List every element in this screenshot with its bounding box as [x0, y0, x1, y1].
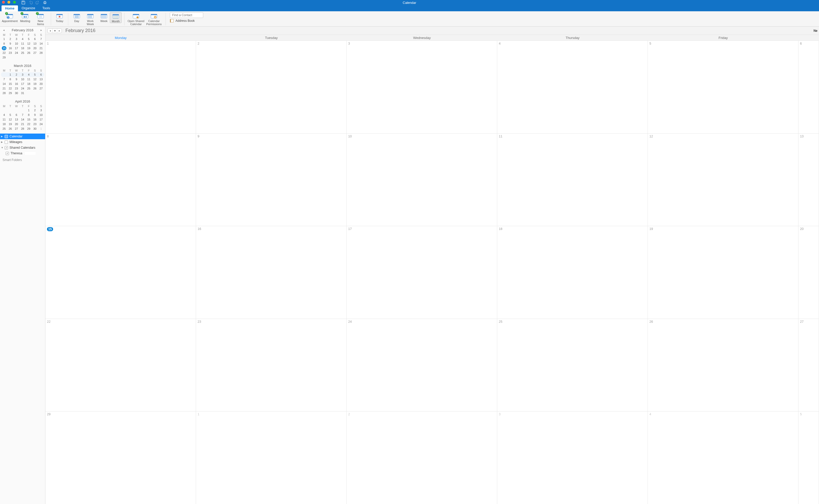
svg-rect-17 — [74, 14, 80, 15]
svg-rect-14 — [56, 14, 63, 15]
svg-rect-31 — [105, 15, 106, 18]
svg-rect-23 — [90, 15, 91, 18]
open-shared-icon — [132, 13, 140, 19]
ribbon-label: Calendar Permissions — [146, 19, 162, 26]
work-week-icon — [86, 13, 94, 19]
tab-home[interactable]: Home — [2, 5, 18, 11]
week-icon — [100, 13, 108, 19]
svg-rect-41 — [116, 17, 117, 17]
svg-point-53 — [155, 17, 156, 18]
svg-rect-43 — [117, 16, 118, 16]
day-icon — [73, 13, 81, 19]
svg-rect-30 — [104, 15, 105, 18]
ribbon-label: Work Week — [87, 19, 94, 26]
ribbon-open-shared-button[interactable]: Open Shared Calendar — [127, 12, 145, 26]
svg-point-10 — [25, 16, 27, 18]
svg-rect-28 — [102, 15, 103, 18]
svg-rect-47 — [133, 14, 139, 15]
ribbon-label: Open Shared Calendar — [127, 19, 144, 26]
meeting-icon: + — [21, 13, 29, 19]
tab-tools[interactable]: Tools — [39, 5, 54, 11]
window-controls[interactable] — [2, 1, 18, 4]
svg-rect-29 — [103, 15, 104, 18]
perms-icon — [150, 13, 158, 19]
ribbon-label: Today — [56, 19, 63, 23]
ribbon-label: New Items — [37, 19, 44, 26]
minimize-icon[interactable] — [7, 1, 10, 4]
address-book-button[interactable]: Address Book — [170, 19, 203, 23]
svg-rect-34 — [113, 16, 114, 16]
find-contact-input[interactable] — [170, 12, 203, 18]
close-icon[interactable] — [2, 1, 5, 4]
svg-rect-21 — [88, 15, 89, 18]
address-book-icon — [170, 19, 174, 23]
svg-rect-39 — [115, 18, 115, 18]
svg-rect-18 — [75, 15, 79, 18]
ribbon-label: Week — [100, 19, 107, 23]
print-icon[interactable] — [43, 1, 47, 5]
appointment-icon: + — [6, 13, 14, 19]
ribbon: +Appointment+Meeting+New ItemsTodayDayWo… — [0, 11, 819, 27]
svg-rect-24 — [91, 15, 92, 18]
svg-rect-37 — [115, 16, 115, 16]
svg-point-9 — [24, 16, 25, 18]
today-icon — [55, 13, 64, 19]
svg-rect-27 — [101, 15, 102, 18]
ribbon-perms-button[interactable]: Calendar Permissions — [145, 12, 163, 26]
svg-rect-15 — [59, 16, 60, 17]
ribbon-meeting-button[interactable]: +Meeting — [17, 12, 33, 23]
svg-rect-42 — [116, 18, 117, 18]
svg-rect-26 — [101, 14, 107, 15]
svg-rect-22 — [89, 15, 90, 18]
save-icon[interactable] — [21, 1, 25, 5]
ribbon-label: Month — [112, 20, 120, 23]
ribbon-label: Meeting — [20, 19, 30, 23]
svg-rect-44 — [117, 17, 118, 17]
svg-rect-35 — [113, 17, 114, 17]
ribbon-week-button[interactable]: Week — [98, 12, 110, 23]
ribbon-today-button[interactable]: Today — [54, 12, 65, 23]
tab-organize[interactable]: Organize — [18, 5, 39, 11]
svg-rect-2 — [44, 1, 46, 2]
svg-rect-55 — [170, 19, 171, 22]
zoom-icon[interactable] — [13, 1, 16, 4]
svg-rect-45 — [117, 18, 118, 18]
svg-rect-38 — [115, 17, 115, 17]
window-title: Calendar — [403, 1, 416, 5]
undo-icon[interactable] — [28, 1, 33, 5]
titlebar: Calendar — [0, 0, 819, 5]
ribbon-label: Day — [74, 19, 79, 23]
menu-tabs: HomeOrganizeTools — [0, 5, 819, 11]
address-book-label: Address Book — [175, 19, 195, 23]
svg-rect-51 — [151, 14, 157, 15]
redo-icon[interactable] — [36, 1, 40, 5]
svg-rect-33 — [113, 14, 119, 15]
ribbon-day-button[interactable]: Day — [71, 12, 83, 23]
svg-rect-49 — [137, 17, 138, 17]
ribbon-month-button[interactable]: Month — [110, 12, 122, 23]
ribbon-work-week-button[interactable]: Work Week — [83, 12, 98, 26]
new-items-icon: + — [36, 13, 45, 19]
svg-rect-20 — [87, 14, 93, 15]
ribbon-new-items-button[interactable]: +New Items — [33, 12, 48, 26]
ribbon-label: Appointment — [2, 19, 18, 23]
month-icon — [112, 13, 120, 19]
ribbon-appointment-button[interactable]: +Appointment — [2, 12, 17, 23]
svg-rect-40 — [116, 16, 117, 16]
svg-rect-36 — [113, 18, 114, 18]
